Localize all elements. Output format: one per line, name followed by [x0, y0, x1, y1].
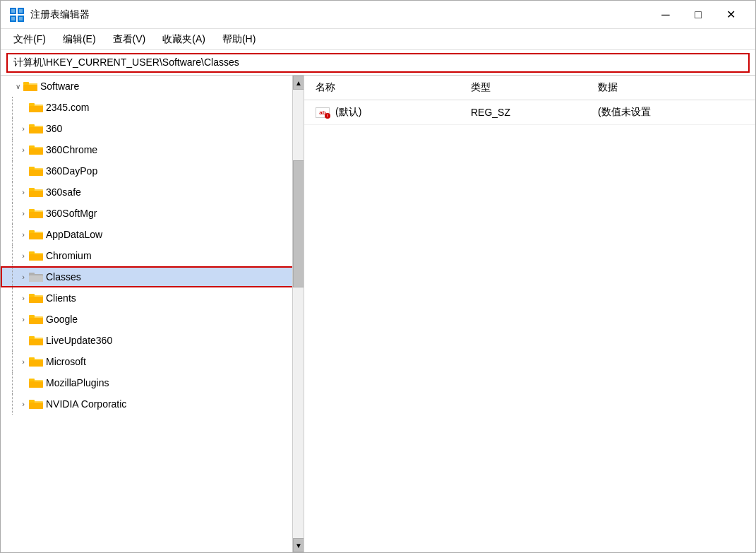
- folder-icon-microsoft: [29, 356, 43, 367]
- toggle-software[interactable]: ∨: [12, 81, 23, 92]
- folder-icon-software: [23, 81, 37, 92]
- tree-item-mozillaplugins[interactable]: MozillaPlugins: [1, 372, 304, 393]
- registry-editor-window: 注册表编辑器 ─ □ ✕ 文件(F) 编辑(E) 查看(V) 收藏夹(A) 帮助…: [0, 0, 756, 553]
- folder-icon-360daypop: [29, 165, 43, 177]
- scroll-up-button[interactable]: ▲: [293, 76, 304, 90]
- tree-scrollbar-track[interactable]: ▲ ▼: [292, 76, 304, 552]
- toggle-chromium[interactable]: ›: [18, 250, 29, 261]
- folder-icon-liveupdate360: [29, 335, 43, 346]
- toggle-clients[interactable]: ›: [18, 292, 29, 304]
- svg-rect-37: [29, 275, 43, 282]
- title-bar: 注册表编辑器 ─ □ ✕: [1, 1, 755, 29]
- folder-icon-nvidia: [29, 398, 43, 410]
- folder-icon-classes: [29, 271, 43, 283]
- tree-item-software[interactable]: ∨ Software: [1, 76, 304, 97]
- col-header-data: 数据: [587, 78, 755, 97]
- svg-rect-40: [29, 297, 43, 303]
- svg-rect-41: [29, 294, 35, 297]
- folder-icon-chromium: [29, 250, 43, 261]
- maximize-button[interactable]: □: [682, 4, 714, 26]
- tree-label-360safe: 360safe: [46, 186, 81, 198]
- detail-row-default[interactable]: ab! (默认) REG_SZ (数值未设置: [304, 100, 755, 125]
- folder-icon-360softmgr: [29, 208, 43, 219]
- folder-icon-360: [29, 123, 43, 134]
- toggle-google[interactable]: ›: [18, 314, 29, 325]
- svg-rect-52: [29, 381, 43, 388]
- detail-panel: 名称 类型 数据 ab! (默认) REG_SZ (数值未设置: [304, 76, 755, 552]
- svg-rect-4: [11, 9, 15, 13]
- scroll-down-button[interactable]: ▼: [293, 538, 304, 552]
- detail-cell-name-default: ab! (默认): [304, 105, 460, 120]
- tree-item-360safe[interactable]: › 360safe: [1, 182, 304, 203]
- folder-icon-360safe: [29, 186, 43, 198]
- detail-cell-type-default: REG_SZ: [460, 105, 587, 119]
- svg-rect-43: [29, 318, 43, 324]
- svg-rect-49: [29, 360, 43, 367]
- toggle-microsoft[interactable]: ›: [18, 356, 29, 367]
- toggle-360daypop: [18, 165, 29, 177]
- tree-panel[interactable]: ∨ Software 2345.com ›: [1, 76, 304, 552]
- svg-rect-29: [29, 209, 35, 212]
- tree-label-google: Google: [46, 314, 78, 325]
- scroll-thumb[interactable]: [293, 160, 304, 287]
- svg-rect-44: [29, 315, 35, 318]
- menu-help[interactable]: 帮助(H): [215, 30, 263, 49]
- tree-item-360softmgr[interactable]: › 360SoftMgr: [1, 203, 304, 224]
- toggle-liveupdate360: [18, 335, 29, 346]
- folder-icon-360chrome: [29, 144, 43, 155]
- toggle-360softmgr[interactable]: ›: [18, 208, 29, 219]
- toggle-360safe[interactable]: ›: [18, 186, 29, 198]
- tree-item-2345com[interactable]: 2345.com: [1, 97, 304, 118]
- tree-label-360: 360: [46, 123, 62, 134]
- svg-rect-32: [29, 230, 35, 233]
- menu-file[interactable]: 文件(F): [6, 30, 53, 49]
- title-left: 注册表编辑器: [9, 7, 90, 23]
- svg-rect-28: [29, 212, 43, 218]
- svg-rect-16: [29, 127, 43, 133]
- toggle-classes[interactable]: ›: [18, 271, 29, 283]
- toggle-360chrome[interactable]: ›: [18, 144, 29, 155]
- tree-item-microsoft[interactable]: › Microsoft: [1, 351, 304, 372]
- close-button[interactable]: ✕: [714, 4, 747, 26]
- tree-label-appdatalow: AppDataLow: [46, 229, 102, 240]
- tree-item-classes[interactable]: › Classes: [1, 266, 304, 287]
- svg-rect-26: [29, 188, 35, 191]
- svg-rect-50: [29, 357, 35, 360]
- content-area: ∨ Software 2345.com ›: [1, 76, 755, 552]
- window-controls: ─ □ ✕: [649, 4, 747, 26]
- tree-item-clients[interactable]: › Clients: [1, 287, 304, 309]
- toggle-nvidia[interactable]: ›: [18, 398, 29, 410]
- tree-item-360[interactable]: › 360: [1, 118, 304, 139]
- tree-item-chromium[interactable]: › Chromium: [1, 245, 304, 266]
- menu-favorites[interactable]: 收藏夹(A): [155, 30, 212, 49]
- minimize-button[interactable]: ─: [649, 4, 682, 26]
- tree-item-google[interactable]: › Google: [1, 309, 304, 330]
- svg-rect-55: [29, 403, 43, 409]
- tree-label-classes: Classes: [46, 271, 81, 283]
- address-input[interactable]: [6, 53, 750, 73]
- svg-rect-19: [29, 148, 43, 155]
- tree-item-liveupdate360[interactable]: LiveUpdate360: [1, 330, 304, 351]
- tree-label-chromium: Chromium: [46, 250, 92, 261]
- toggle-360[interactable]: ›: [18, 123, 29, 134]
- tree-item-360daypop[interactable]: 360DayPop: [1, 160, 304, 182]
- window-title: 注册表编辑器: [30, 8, 90, 21]
- folder-icon-clients: [29, 292, 43, 304]
- svg-rect-46: [29, 339, 43, 345]
- col-header-type: 类型: [460, 78, 587, 97]
- svg-rect-31: [29, 233, 43, 239]
- col-header-name: 名称: [304, 78, 460, 97]
- toggle-appdatalow[interactable]: ›: [18, 229, 29, 240]
- menu-edit[interactable]: 编辑(E): [56, 30, 103, 49]
- tree-label-360softmgr: 360SoftMgr: [46, 208, 97, 219]
- svg-rect-17: [29, 124, 35, 127]
- svg-rect-11: [23, 82, 29, 85]
- menu-view[interactable]: 查看(V): [106, 30, 153, 49]
- svg-rect-7: [19, 17, 23, 20]
- tree-item-appdatalow[interactable]: › AppDataLow: [1, 224, 304, 245]
- svg-rect-22: [29, 170, 43, 176]
- tree-item-nvidia[interactable]: › NVIDIA Corporatic: [1, 393, 304, 415]
- address-bar: [1, 50, 755, 76]
- svg-rect-10: [23, 85, 37, 91]
- tree-item-360chrome[interactable]: › 360Chrome: [1, 139, 304, 160]
